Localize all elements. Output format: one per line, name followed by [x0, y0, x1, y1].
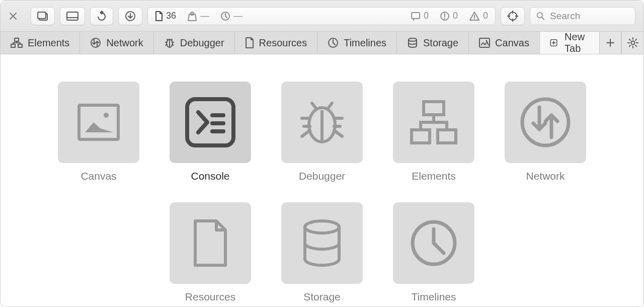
tile-label: Resources — [185, 291, 235, 303]
plus-icon — [606, 38, 615, 47]
page-icon — [155, 11, 163, 21]
plus-box-icon — [550, 37, 557, 49]
svg-rect-21 — [11, 44, 15, 47]
svg-point-47 — [305, 221, 339, 233]
elements-icon — [409, 100, 459, 145]
inspect-element-button[interactable] — [501, 7, 525, 25]
message-icon — [411, 11, 421, 21]
debugger-icon — [164, 37, 175, 48]
network-icon — [90, 37, 101, 48]
tab-label: Resources — [259, 37, 307, 49]
tile-label: Network — [526, 170, 565, 182]
tab-new[interactable]: New Tab — [540, 32, 599, 54]
svg-rect-43 — [424, 102, 444, 115]
gear-icon — [627, 37, 638, 48]
network-icon — [518, 95, 573, 149]
svg-point-34 — [631, 41, 634, 45]
svg-rect-27 — [479, 38, 490, 47]
weight-value: — — [200, 11, 209, 21]
tile-label: Elements — [412, 170, 456, 182]
new-tab-content: Canvas Console Debugger Elements Network — [1, 54, 643, 307]
tile-storage[interactable]: Storage — [281, 202, 363, 303]
reload-icon — [97, 11, 107, 22]
weight-icon — [187, 11, 197, 21]
tile-network[interactable]: Network — [505, 82, 586, 182]
svg-point-36 — [104, 113, 109, 118]
tile-label: Debugger — [299, 170, 345, 182]
tile-console[interactable]: Console — [170, 82, 251, 182]
settings-button[interactable] — [621, 32, 643, 54]
weight-stat: — — [187, 11, 209, 21]
tabs-bar: Elements Network Debugger Resources Time… — [1, 32, 643, 54]
canvas-icon — [479, 38, 490, 48]
svg-rect-35 — [79, 105, 118, 139]
tab-label: Timelines — [344, 37, 386, 49]
tab-network[interactable]: Network — [80, 32, 153, 54]
timelines-icon — [328, 37, 339, 48]
resources-icon — [245, 37, 254, 48]
page-count-stat: 36 — [155, 11, 176, 21]
tile-timelines[interactable]: Timelines — [393, 202, 474, 303]
tile-label: Canvas — [80, 170, 116, 182]
issues-stat: 0 — [440, 11, 458, 21]
debugger-icon — [297, 97, 347, 147]
docking-button[interactable] — [31, 7, 55, 25]
new-tab-label: New Tab — [565, 31, 589, 54]
panel-icon — [66, 12, 78, 21]
svg-point-10 — [444, 18, 445, 19]
svg-rect-1 — [38, 12, 46, 19]
console-icon — [183, 95, 237, 149]
tab-picker-grid: Canvas Console Debugger Elements Network — [51, 82, 593, 303]
download-button[interactable] — [118, 7, 142, 25]
svg-point-28 — [486, 40, 488, 42]
search-field[interactable] — [530, 7, 635, 25]
time-value: — — [233, 11, 243, 21]
close-icon — [10, 13, 17, 20]
issues-icon — [440, 11, 450, 21]
tab-canvas[interactable]: Canvas — [469, 32, 540, 54]
svg-rect-20 — [15, 38, 19, 41]
messages-value: 0 — [424, 11, 429, 21]
svg-rect-2 — [67, 12, 78, 20]
tile-label: Console — [191, 170, 229, 182]
tab-elements[interactable]: Elements — [1, 32, 80, 54]
tile-canvas[interactable]: Canvas — [58, 82, 139, 182]
canvas-icon — [76, 102, 121, 142]
add-tab-button[interactable] — [599, 32, 621, 54]
tile-resources[interactable]: Resources — [170, 202, 251, 303]
svg-rect-7 — [412, 13, 420, 19]
tile-elements[interactable]: Elements — [393, 82, 474, 182]
reload-button[interactable] — [90, 7, 113, 25]
timelines-icon — [409, 218, 459, 268]
tab-resources[interactable]: Resources — [235, 32, 318, 54]
storage-icon — [407, 37, 418, 48]
close-button[interactable] — [9, 12, 18, 21]
tab-label: Network — [106, 37, 143, 49]
page-count-value: 36 — [166, 11, 176, 21]
search-icon — [536, 11, 545, 21]
svg-point-26 — [409, 38, 417, 41]
tab-label: Elements — [28, 37, 69, 49]
warnings-stat: 0 — [469, 11, 488, 21]
dock-icon — [37, 12, 48, 21]
tab-timelines[interactable]: Timelines — [317, 32, 397, 54]
warning-icon — [469, 11, 480, 21]
svg-rect-37 — [187, 99, 233, 145]
tab-label: Debugger — [180, 37, 224, 49]
download-icon — [125, 11, 136, 22]
svg-rect-44 — [412, 130, 430, 143]
warnings-value: 0 — [483, 11, 488, 21]
elements-icon — [11, 38, 23, 48]
svg-rect-22 — [18, 44, 22, 47]
tile-label: Storage — [303, 291, 341, 303]
tile-debugger[interactable]: Debugger — [281, 82, 363, 182]
svg-rect-45 — [438, 130, 456, 143]
crosshair-icon — [507, 11, 518, 22]
tab-storage[interactable]: Storage — [397, 32, 469, 54]
search-input[interactable] — [550, 11, 629, 22]
panel-layout-button[interactable] — [60, 7, 85, 25]
issues-value: 0 — [453, 11, 458, 21]
resources-icon — [190, 218, 230, 268]
tab-debugger[interactable]: Debugger — [154, 32, 235, 54]
clock-icon — [220, 11, 230, 21]
